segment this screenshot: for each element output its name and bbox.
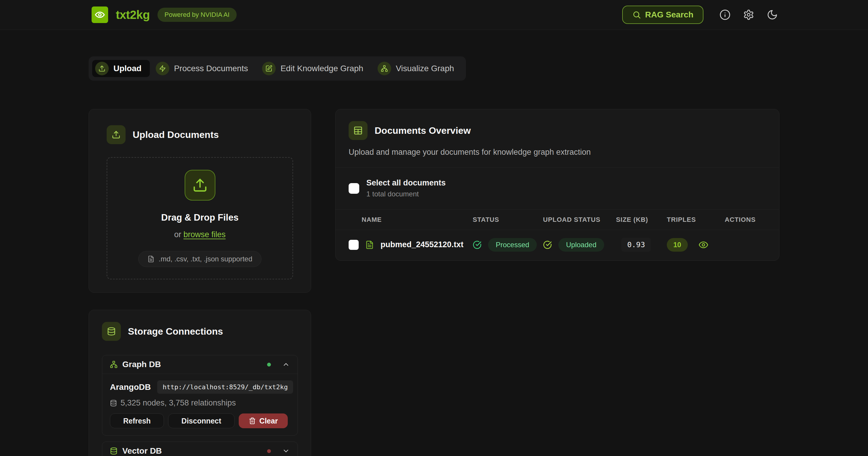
app-header: txt2kg Powered by NVIDIA AI RAG Search — [0, 0, 868, 30]
database-icon — [110, 447, 118, 455]
theme-toggle-moon-icon[interactable] — [767, 9, 778, 21]
column-triples: TRIPLES — [667, 216, 719, 224]
refresh-button[interactable]: Refresh — [110, 414, 164, 428]
settings-gear-icon[interactable] — [743, 9, 754, 21]
column-actions: ACTIONS — [719, 216, 766, 224]
triples-badge: 10 — [667, 238, 688, 252]
column-name: NAME — [349, 216, 473, 224]
trash-icon — [249, 417, 256, 424]
select-all-label: Select all documents — [366, 178, 446, 188]
upload-icon — [107, 125, 126, 144]
status-badge: Processed — [488, 238, 537, 252]
upload-documents-card: Upload Documents Drag & Drop Files or br… — [89, 109, 311, 293]
graph-db-label: Graph DB — [122, 360, 161, 369]
vector-db-toggle[interactable]: Vector DB — [102, 442, 298, 456]
browse-files-link[interactable]: browse files — [183, 230, 226, 239]
graph-db-toggle[interactable]: Graph DB — [102, 355, 298, 373]
total-documents-text: 1 total document — [366, 190, 446, 198]
tab-visualize-graph[interactable]: Visualize Graph — [375, 60, 462, 77]
table-header: NAME STATUS UPLOAD STATUS SIZE (KB) TRIP… — [336, 209, 779, 230]
supported-formats-pill: .md, .csv, .txt, .json supported — [138, 251, 261, 267]
tab-process-documents-label: Process Documents — [174, 64, 248, 73]
db-url: http://localhost:8529/_db/txt2kg — [157, 381, 293, 394]
check-circle-icon — [473, 240, 482, 249]
database-icon — [102, 322, 121, 341]
column-status: STATUS — [473, 216, 543, 224]
upload-status-badge: Uploaded — [558, 238, 604, 252]
upload-icon — [95, 62, 109, 75]
brand-group: txt2kg Powered by NVIDIA AI — [92, 6, 237, 23]
table-row: pubmed_24552120.txt Processed Uploaded — [336, 230, 779, 259]
rag-search-label: RAG Search — [645, 10, 693, 20]
vector-db-label: Vector DB — [122, 446, 162, 456]
upload-icon — [185, 170, 215, 200]
table-icon — [349, 121, 368, 140]
search-icon — [632, 10, 641, 19]
check-circle-icon — [543, 240, 552, 249]
zap-icon — [156, 62, 169, 75]
app-title: txt2kg — [116, 8, 150, 22]
edit-pen-icon — [262, 62, 276, 75]
tab-edit-knowledge-graph[interactable]: Edit Knowledge Graph — [259, 60, 371, 77]
nvidia-logo-icon — [92, 6, 108, 23]
graph-db-section: Graph DB ArangoDB http://localhost:8529/… — [102, 355, 298, 435]
file-text-icon — [365, 240, 374, 249]
select-all-row: Select all documents 1 total document — [336, 167, 779, 209]
supported-formats-text: .md, .csv, .txt, .json supported — [159, 255, 252, 263]
db-stats-text: 5,325 nodes, 3,758 relationships — [121, 398, 236, 408]
disconnect-button[interactable]: Disconnect — [168, 414, 235, 428]
connected-status-dot — [267, 363, 271, 366]
disconnected-status-dot — [267, 449, 271, 453]
tab-bar: Upload Process Documents Edit Knowledge … — [89, 56, 466, 80]
db-stats: 5,325 nodes, 3,758 relationships — [110, 398, 290, 408]
column-upload-status: UPLOAD STATUS — [543, 216, 616, 224]
file-icon — [148, 256, 155, 263]
graph-db-details: ArangoDB http://localhost:8529/_db/txt2k… — [102, 373, 298, 435]
view-eye-icon[interactable] — [699, 240, 709, 250]
or-text: or — [174, 230, 181, 239]
network-icon — [378, 62, 391, 75]
storage-connections-card: Storage Connections Graph DB — [89, 310, 311, 456]
chevron-down-icon — [282, 447, 290, 455]
tab-edit-knowledge-graph-label: Edit Knowledge Graph — [280, 64, 363, 73]
dropzone[interactable]: Drag & Drop Files or browse files .md, .… — [107, 157, 293, 280]
header-actions: RAG Search — [622, 6, 778, 24]
clear-button[interactable]: Clear — [239, 414, 288, 428]
select-all-checkbox[interactable] — [349, 183, 359, 194]
documents-card-title: Documents Overview — [375, 125, 471, 136]
chevron-up-icon — [282, 361, 290, 368]
documents-card-subtitle: Upload and manage your documents for kno… — [349, 148, 766, 167]
row-checkbox[interactable] — [349, 240, 359, 250]
main-content: Upload Process Documents Edit Knowledge … — [0, 30, 868, 456]
column-size: SIZE (KB) — [616, 216, 667, 224]
network-icon — [110, 361, 118, 368]
tab-upload-label: Upload — [114, 64, 142, 73]
dropzone-title: Drag & Drop Files — [161, 213, 239, 223]
clear-button-label: Clear — [259, 417, 278, 425]
size-value: 0.93 — [621, 238, 651, 252]
powered-by-badge: Powered by NVIDIA AI — [157, 8, 237, 22]
storage-card-title: Storage Connections — [128, 326, 223, 337]
info-icon[interactable] — [719, 9, 731, 21]
vector-db-section: Vector DB — [102, 442, 298, 456]
tab-process-documents[interactable]: Process Documents — [153, 60, 256, 77]
documents-overview-card: Documents Overview Upload and manage you… — [335, 109, 779, 261]
upload-card-title: Upload Documents — [133, 129, 219, 140]
database-icon — [110, 400, 117, 407]
rag-search-button[interactable]: RAG Search — [622, 6, 704, 24]
tab-visualize-graph-label: Visualize Graph — [396, 64, 454, 73]
tab-upload[interactable]: Upload — [92, 60, 150, 77]
document-name: pubmed_24552120.txt — [380, 240, 464, 249]
dropzone-or-line: or browse files — [174, 230, 225, 239]
db-provider-name: ArangoDB — [110, 383, 151, 392]
